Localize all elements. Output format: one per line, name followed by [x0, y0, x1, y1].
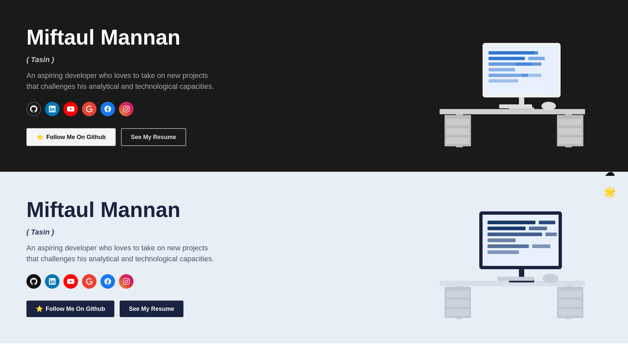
dark-hero-section: Miftaul Mannan ( Tasin ) An aspiring dev…	[0, 0, 628, 172]
svg-rect-51	[488, 221, 535, 224]
dark-instagram-icon[interactable]	[119, 102, 134, 116]
dark-social-icons	[26, 102, 225, 116]
dark-github-star-icon: ⭐	[36, 133, 44, 141]
dark-github-button[interactable]: ⭐ Follow Me On Github	[26, 128, 116, 146]
svg-point-26	[541, 102, 556, 110]
dark-theme-button[interactable]: ☁	[602, 164, 618, 180]
svg-rect-60	[532, 244, 550, 248]
dark-resume-button-label: See My Resume	[131, 134, 176, 140]
dark-illustration	[370, 20, 602, 152]
dark-content: Miftaul Mannan ( Tasin ) An aspiring dev…	[26, 26, 225, 146]
light-resume-button-label: See My Resume	[129, 306, 174, 312]
cloud-icon: ☁	[605, 166, 615, 178]
light-youtube-icon[interactable]	[63, 274, 78, 289]
dark-youtube-icon[interactable]	[63, 102, 78, 116]
light-github-icon[interactable]	[26, 274, 41, 289]
svg-rect-21	[516, 62, 532, 66]
dark-hero-nickname: ( Tasin )	[26, 55, 225, 64]
svg-rect-44	[559, 291, 582, 297]
svg-rect-53	[488, 233, 542, 236]
svg-rect-18	[489, 68, 515, 71]
svg-rect-9	[559, 128, 582, 135]
light-hero-section: Miftaul Mannan ( Tasin ) An aspiring dev…	[0, 172, 628, 344]
svg-rect-40	[446, 291, 469, 297]
svg-rect-46	[559, 309, 582, 316]
svg-rect-41	[446, 300, 469, 307]
dark-buttons: ⭐ Follow Me On Github See My Resume	[26, 128, 225, 146]
svg-rect-52	[488, 227, 526, 230]
dark-google-icon[interactable]	[82, 102, 97, 116]
light-theme-button[interactable]: 🌟	[602, 184, 618, 200]
svg-rect-45	[559, 300, 582, 307]
svg-rect-16	[489, 57, 525, 60]
light-hero-nickname: ( Tasin )	[26, 228, 225, 237]
svg-rect-57	[545, 233, 557, 236]
dark-facebook-icon[interactable]	[100, 102, 115, 116]
light-hero-description: An aspiring developer who loves to take …	[26, 242, 218, 264]
svg-rect-20	[528, 57, 545, 60]
svg-rect-25	[499, 104, 532, 108]
light-github-star-icon: ⭐	[36, 305, 43, 312]
svg-rect-54	[488, 238, 516, 242]
svg-rect-5	[446, 128, 469, 135]
light-github-button[interactable]: ⭐ Follow Me On Github	[26, 301, 114, 317]
light-hero-title: Miftaul Mannan	[26, 198, 225, 221]
light-google-icon[interactable]	[82, 274, 97, 289]
light-buttons: ⭐ Follow Me On Github See My Resume	[26, 301, 225, 317]
svg-point-62	[542, 274, 558, 283]
svg-rect-8	[559, 119, 582, 126]
light-illustration	[370, 192, 602, 324]
svg-rect-55	[539, 221, 555, 224]
svg-rect-61	[497, 277, 534, 281]
light-github-button-label: Follow Me On Github	[46, 306, 105, 312]
dark-github-button-label: Follow Me On Github	[46, 134, 106, 141]
svg-rect-10	[559, 137, 582, 144]
dark-hero-title: Miftaul Mannan	[26, 26, 225, 49]
light-facebook-icon[interactable]	[100, 274, 115, 289]
svg-rect-59	[488, 250, 519, 254]
svg-rect-17	[489, 62, 541, 66]
svg-rect-24	[522, 74, 541, 77]
light-social-icons	[26, 274, 225, 289]
dark-resume-button[interactable]: See My Resume	[121, 128, 186, 146]
sun-icon: 🌟	[603, 186, 616, 198]
light-instagram-icon[interactable]	[119, 274, 134, 289]
svg-rect-19	[518, 51, 538, 55]
dark-github-icon[interactable]	[26, 102, 41, 116]
svg-rect-6	[446, 137, 469, 144]
svg-rect-4	[446, 119, 469, 126]
light-resume-button[interactable]: See My Resume	[120, 301, 183, 317]
svg-rect-56	[529, 227, 547, 230]
light-content: Miftaul Mannan ( Tasin ) An aspiring dev…	[26, 198, 225, 317]
svg-rect-58	[488, 244, 529, 248]
svg-rect-42	[446, 309, 469, 316]
dark-linkedin-icon[interactable]	[45, 102, 59, 116]
theme-toggles: ☁ 🌟	[602, 164, 618, 200]
dark-hero-description: An aspiring developer who loves to take …	[26, 70, 218, 92]
svg-rect-23	[489, 79, 518, 83]
light-linkedin-icon[interactable]	[45, 274, 59, 289]
